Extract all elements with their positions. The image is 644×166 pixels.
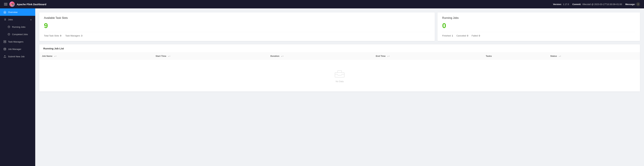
list-icon: [3, 18, 6, 21]
sidebar-item-label: Running Jobs: [12, 26, 26, 28]
running-jobs-number: 0: [442, 22, 635, 29]
job-list-section: Running Job List Job Name ▲▼ Start Time …: [39, 44, 640, 92]
sidebar-item-label: Task Managers: [8, 41, 24, 43]
table-header: Job Name ▲▼ Start Time ▲▼ Duration ▲▼: [39, 53, 640, 60]
home-icon: [3, 11, 6, 14]
sidebar-item-job-manager[interactable]: Job Manager: [0, 45, 35, 53]
card-title: Running Jobs: [442, 17, 635, 20]
sidebar-item-label: Completed Jobs: [12, 33, 28, 36]
task-managers-count: Task Managers 3: [65, 35, 82, 37]
app-logo: 🦔: [10, 2, 15, 7]
col-status[interactable]: Status ▲▼: [548, 53, 640, 60]
table-body: No Data: [39, 60, 640, 92]
commit-info: Commit: 69ecda0 @ 2023-03-17T10:30:06+01…: [572, 3, 622, 6]
topbar-right: Version: 1.17.0 Commit: 69ecda0 @ 2023-0…: [553, 2, 640, 6]
col-duration[interactable]: Duration ▲▼: [268, 53, 373, 60]
message-info: Message: 0: [625, 2, 640, 6]
sidebar-item-submit-new-job[interactable]: Submit New Job: [0, 53, 35, 60]
col-end-time[interactable]: End Time ▲▼: [373, 53, 483, 60]
message-badge: 0: [636, 2, 640, 6]
sidebar-item-label: Submit New Job: [8, 55, 24, 58]
chevron-up-icon: ▲: [30, 19, 32, 21]
available-task-slots-card: Available Task Slots 9 Total Task Slots …: [39, 13, 435, 41]
svg-rect-9: [4, 42, 6, 43]
running-jobs-card: Running Jobs 0 Finished 1 Canceled 0 Fai…: [438, 13, 640, 41]
card-footer: Total Task Slots 9 Task Managers 3: [44, 32, 430, 37]
col-tasks[interactable]: Tasks: [483, 53, 548, 60]
layout: Overview Jobs ▲ Running J: [0, 9, 644, 166]
sort-icon: ▲▼: [558, 56, 561, 57]
no-data: No Data: [42, 62, 637, 89]
svg-rect-8: [4, 41, 6, 41]
no-data-text: No Data: [336, 80, 344, 83]
failed-stat: Failed 0: [472, 35, 480, 37]
sort-icon: ▲▼: [168, 56, 170, 57]
card-title: Available Task Slots: [44, 17, 430, 20]
topbar-left: 🦔 Apache Flink Dashboard: [4, 2, 46, 7]
finished-stat: Finished 1: [442, 35, 453, 37]
upload-icon: [3, 55, 6, 58]
menu-icon[interactable]: [4, 3, 8, 5]
database-icon: [3, 48, 6, 51]
cards-row: Available Task Slots 9 Total Task Slots …: [39, 13, 640, 41]
sort-icon: ▲▼: [54, 56, 57, 57]
col-job-name[interactable]: Job Name ▲▼: [39, 53, 153, 60]
main-content: Available Task Slots 9 Total Task Slots …: [35, 9, 644, 166]
server-icon: [3, 40, 6, 43]
canceled-stat: Canceled 0: [456, 35, 468, 37]
svg-rect-14: [335, 73, 344, 77]
sidebar-item-label: Overview: [8, 11, 18, 14]
check-circle-icon: [8, 33, 10, 36]
sidebar-item-running-jobs[interactable]: Running Jobs: [0, 23, 35, 31]
sidebar: Overview Jobs ▲ Running J: [0, 9, 35, 166]
total-task-slots: Total Task Slots 9: [44, 35, 61, 37]
svg-point-12: [4, 48, 6, 49]
version-info: Version: 1.17.0: [553, 3, 569, 6]
sidebar-item-completed-jobs[interactable]: Completed Jobs: [0, 31, 35, 38]
task-slots-number: 9: [44, 22, 430, 29]
sort-icon: ▲▼: [387, 56, 390, 57]
sidebar-item-task-managers[interactable]: Task Managers: [0, 38, 35, 45]
section-title: Running Job List: [39, 44, 640, 53]
col-start-time[interactable]: Start Time ▲▼: [153, 53, 268, 60]
topbar: 🦔 Apache Flink Dashboard Version: 1.17.0…: [0, 0, 644, 9]
sidebar-item-overview[interactable]: Overview: [0, 9, 35, 16]
sidebar-item-label: Job Manager: [8, 48, 21, 50]
sort-icon: ▲▼: [281, 56, 284, 57]
clock-icon: [8, 25, 10, 28]
card-stats: Finished 1 Canceled 0 Failed 0: [442, 32, 635, 37]
app-title: Apache Flink Dashboard: [17, 3, 46, 6]
no-data-icon: [334, 70, 345, 78]
jobs-label: Jobs: [8, 18, 13, 21]
job-list-table: Job Name ▲▼ Start Time ▲▼ Duration ▲▼: [39, 53, 640, 92]
sidebar-item-jobs[interactable]: Jobs ▲: [0, 16, 35, 23]
